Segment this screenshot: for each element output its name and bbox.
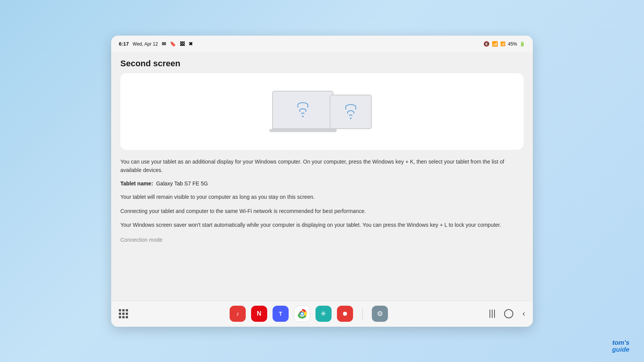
- mute-icon: 🔇: [483, 41, 490, 47]
- signal-icon: 📶: [500, 41, 506, 46]
- tablet-name-label: Tablet name:: [120, 180, 153, 187]
- toms-guide-watermark: tom's guide: [612, 339, 629, 354]
- notification-icon-photo: 🖼: [180, 41, 185, 47]
- content-area: Second screen: [111, 52, 533, 301]
- info-text-1: You can use your tablet as an additional…: [120, 157, 524, 175]
- nav-right-controls: ‹: [490, 309, 525, 319]
- app-drawer-button[interactable]: [119, 309, 128, 318]
- status-left: 6:17 Wed, Apr 12 ✉ 🔖 🖼 ✖: [119, 41, 193, 47]
- tablet-name-value: Galaxy Tab S7 FE 5G: [156, 180, 208, 187]
- battery-level: 45%: [508, 41, 517, 47]
- watermark-line1: tom's: [612, 339, 629, 347]
- grid-icon: [119, 309, 128, 318]
- app-teams[interactable]: T: [273, 306, 289, 322]
- notification-icon-x: ✖: [189, 41, 193, 47]
- connection-mode-label: Connection mode: [120, 237, 524, 246]
- svg-point-2: [301, 313, 303, 315]
- nav-divider: [362, 308, 363, 319]
- app-settings[interactable]: ⚙: [372, 306, 388, 322]
- date: Wed, Apr 12: [133, 41, 158, 47]
- chrome-logo-svg: [297, 308, 307, 319]
- back-button[interactable]: ‹: [522, 309, 525, 319]
- wifi-arc-large-t: [345, 104, 356, 110]
- tablet-name-line: Tablet name: Galaxy Tab S7 FE 5G: [120, 180, 524, 187]
- page-header: Second screen: [111, 52, 533, 73]
- wifi-arc-large: [297, 102, 308, 108]
- nav-bar: ♪ N T ✳ ⏺ ⚙: [111, 301, 533, 327]
- app-chrome[interactable]: [294, 306, 310, 322]
- wifi-arc-medium: [299, 108, 306, 112]
- watermark-line2: guide: [612, 346, 629, 354]
- app-screen-recorder[interactable]: ⏺: [337, 306, 353, 322]
- nav-center-apps: ♪ N T ✳ ⏺ ⚙: [230, 306, 388, 322]
- laptop-wifi-icon: [297, 102, 308, 117]
- tablet-device: [330, 95, 372, 129]
- back-icon: ‹: [522, 309, 525, 319]
- recents-button[interactable]: [490, 310, 495, 318]
- info-text-3: Connecting your tablet and computer to t…: [120, 207, 524, 215]
- laptop-base: [269, 129, 337, 132]
- app-perplexity[interactable]: ✳: [315, 306, 332, 322]
- laptop-device: [272, 91, 334, 132]
- info-text-2: Your tablet will remain visible to your …: [120, 193, 524, 201]
- device-frame: 6:17 Wed, Apr 12 ✉ 🔖 🖼 ✖ 🔇 📶 📶 45% 🔋 Sec…: [111, 36, 533, 327]
- scroll-content[interactable]: You can use your tablet as an additional…: [111, 73, 533, 301]
- info-section: You can use your tablet as an additional…: [120, 157, 524, 251]
- app-youtube-music[interactable]: ♪: [230, 306, 246, 322]
- wifi-dot: [302, 116, 304, 117]
- laptop-screen: [272, 91, 334, 129]
- recents-icon: [490, 310, 495, 318]
- tablet-wifi-icon: [345, 104, 356, 119]
- wifi-status-icon: 📶: [492, 41, 498, 47]
- app-netflix[interactable]: N: [251, 306, 267, 322]
- wifi-dot-t: [350, 118, 352, 119]
- info-text-4: Your Windows screen saver won't start au…: [120, 221, 524, 229]
- time: 6:17: [119, 41, 129, 47]
- battery-icon: 🔋: [519, 41, 525, 47]
- notification-icon-mail: ✉: [162, 41, 166, 47]
- home-icon: [504, 309, 513, 318]
- wifi-arc-small: [301, 113, 304, 114]
- devices-illustration: [272, 91, 372, 132]
- status-bar: 6:17 Wed, Apr 12 ✉ 🔖 🖼 ✖ 🔇 📶 📶 45% 🔋: [111, 36, 533, 52]
- home-button[interactable]: [504, 309, 513, 318]
- page-title: Second screen: [120, 59, 524, 69]
- notification-icon-bookmark: 🔖: [170, 41, 176, 47]
- wifi-arc-medium-t: [347, 110, 354, 114]
- illustration-card: [120, 73, 524, 150]
- wifi-arc-small-t: [349, 115, 352, 116]
- status-right: 🔇 📶 📶 45% 🔋: [483, 41, 525, 47]
